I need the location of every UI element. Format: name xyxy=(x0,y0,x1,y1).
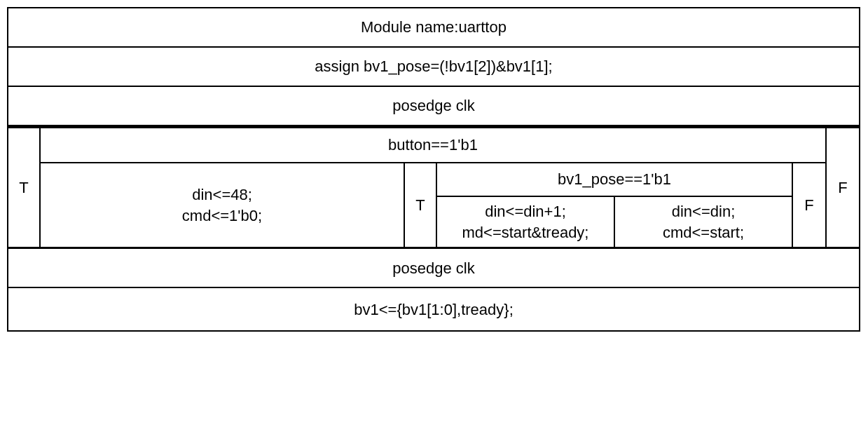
trigger-2: posedge clk xyxy=(8,249,859,287)
outer-true-block: din<=48; cmd<=1'b0; xyxy=(41,163,405,247)
footer-statement: bv1<={bv1[1:0],tready}; xyxy=(8,288,859,330)
outer-true-line2: cmd<=1'b0; xyxy=(182,205,262,226)
trigger-row-2: posedge clk xyxy=(8,249,859,288)
trigger-1: posedge clk xyxy=(8,87,859,125)
inner-false-label: F xyxy=(793,163,825,247)
conditional-body: button==1'b1 din<=48; cmd<=1'b0; T bv1_p… xyxy=(41,128,827,247)
assign-row: assign bv1_pose=(!bv1[2])&bv1[1]; xyxy=(8,48,859,87)
inner-false-line2: cmd<=start; xyxy=(663,222,744,243)
trigger-row-1: posedge clk xyxy=(8,87,859,126)
outer-condition: button==1'b1 xyxy=(41,128,825,163)
inner-true-label: T xyxy=(405,163,437,247)
inner-false-block: din<=din; cmd<=start; xyxy=(615,197,792,247)
footer-row: bv1<={bv1[1:0],tready}; xyxy=(8,288,859,330)
module-name: Module name:uarttop xyxy=(8,8,859,46)
inner-true-block: din<=din+1; md<=start&tready; xyxy=(437,197,615,247)
inner-conditional-body: bv1_pose==1'b1 din<=din+1; md<=start&tre… xyxy=(437,163,793,247)
inner-true-line1: din<=din+1; xyxy=(485,201,566,222)
outer-true-line1: din<=48; xyxy=(192,184,252,205)
outer-branches: din<=48; cmd<=1'b0; T bv1_pose==1'b1 din… xyxy=(41,163,825,247)
inner-true-line2: md<=start&tready; xyxy=(462,222,589,243)
module-diagram: Module name:uarttop assign bv1_pose=(!bv… xyxy=(7,7,860,332)
outer-false-label: F xyxy=(827,128,859,247)
outer-true-label: T xyxy=(8,128,41,247)
assign-statement: assign bv1_pose=(!bv1[2])&bv1[1]; xyxy=(8,48,859,86)
module-header-row: Module name:uarttop xyxy=(8,8,859,48)
inner-branches: din<=din+1; md<=start&tready; din<=din; … xyxy=(437,197,792,247)
conditional-block: T button==1'b1 din<=48; cmd<=1'b0; T bv1… xyxy=(8,126,859,249)
inner-false-line1: din<=din; xyxy=(672,201,736,222)
inner-condition: bv1_pose==1'b1 xyxy=(437,163,792,197)
